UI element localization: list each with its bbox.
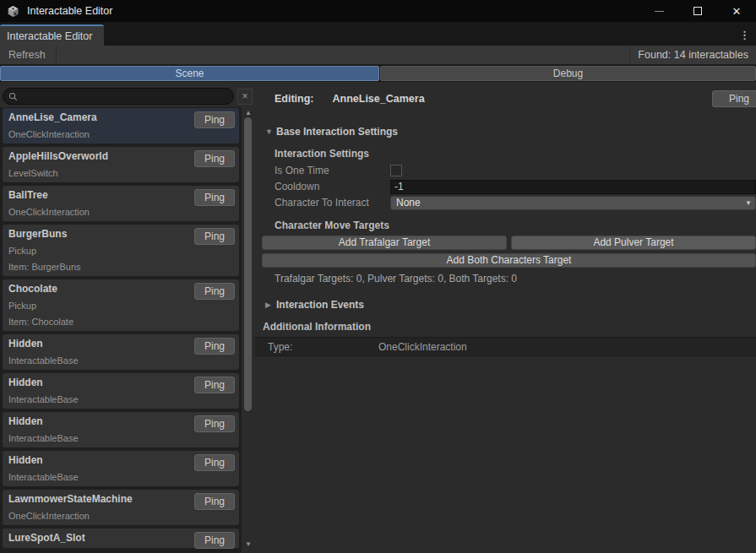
list-item[interactable]: Hidden InteractableBase Ping — [3, 451, 239, 486]
list-item[interactable]: BurgerBuns PickupItem: BurgerBuns Ping — [3, 225, 239, 276]
targets-summary: Trafalgar Targets: 0, Pulver Targets: 0,… — [255, 273, 756, 285]
foldout-interaction-events[interactable]: ▶ Interaction Events — [255, 298, 756, 312]
ping-button[interactable]: Ping — [194, 532, 235, 549]
ping-button[interactable]: Ping — [194, 150, 235, 167]
list-item-subtitle: Pickup — [8, 246, 233, 257]
editor-panel: Editing: AnneLise_Camera Ping ▼ Base Int… — [255, 82, 756, 553]
list-item[interactable]: BallTree OneClickInteraction Ping — [3, 186, 239, 221]
character-to-interact-dropdown[interactable]: None ▼ — [390, 196, 756, 210]
ping-button[interactable]: Ping — [194, 454, 235, 471]
ping-button[interactable]: Ping — [194, 415, 235, 432]
list-item-subtitle: OneClickInteraction — [8, 207, 233, 218]
list-item[interactable]: AppleHillsOverworld LevelSwitch Ping — [3, 147, 239, 182]
list-item-lines: PickupItem: Chocolate — [8, 301, 233, 328]
foldout-closed-icon: ▶ — [265, 301, 276, 309]
doc-tab-label: Interactable Editor — [7, 30, 92, 42]
list-item-subtitle: Item: Chocolate — [8, 317, 233, 328]
search-input[interactable] — [3, 88, 234, 105]
cooldown-input[interactable]: -1 — [390, 180, 756, 194]
refresh-button[interactable]: Refresh — [0, 46, 57, 64]
unity-cube-icon — [7, 4, 20, 18]
add-pulver-target-button[interactable]: Add Pulver Target — [511, 236, 756, 250]
add-target-buttons: Add Trafalgar Target Add Pulver Target — [262, 236, 756, 250]
search-clear-button[interactable]: × — [237, 89, 253, 105]
list-item-lines: InteractableBase — [8, 472, 233, 483]
list-item-lines: OneClickInteraction — [8, 207, 233, 218]
maximize-icon — [693, 7, 702, 15]
character-move-targets-header: Character Move Targets — [255, 220, 756, 232]
character-to-interact-label: Character To Interact — [275, 197, 390, 209]
list-item-subtitle: Item: BurgerBuns — [8, 262, 233, 273]
add-trafalgar-target-button[interactable]: Add Trafalgar Target — [262, 236, 507, 250]
list-item-subtitle: InteractableBase — [8, 355, 233, 366]
ping-button[interactable]: Ping — [194, 111, 235, 128]
list-item[interactable]: Hidden InteractableBase Ping — [3, 334, 239, 370]
ping-button[interactable]: Ping — [194, 189, 235, 206]
list-item-lines: InteractableBase — [8, 433, 233, 444]
mode-tabs: Scene Debug — [0, 65, 756, 82]
minimize-button[interactable] — [639, 0, 678, 22]
list-item[interactable]: Hidden InteractableBase Ping — [3, 412, 239, 447]
list-scrollbar[interactable]: ▲ ▼ — [242, 107, 255, 553]
additional-information-header: Additional Information — [255, 321, 756, 333]
minimize-icon — [655, 11, 664, 12]
toolbar: Refresh Found: 14 interactables — [0, 46, 756, 65]
cooldown-row: Cooldown -1 — [255, 179, 756, 194]
list-item-lines: PickupItem: BurgerBuns — [8, 246, 233, 273]
kebab-menu-icon[interactable]: ⋮ — [733, 24, 756, 46]
interactable-editor-window: Interactable Editor ✕ Interactable Edito… — [0, 0, 756, 553]
foldout-base-interaction-settings[interactable]: ▼ Base Interaction Settings — [255, 125, 756, 138]
list-item[interactable]: AnneLise_Camera OneClickInteraction Ping — [3, 108, 239, 144]
scrollbar-thumb[interactable] — [244, 117, 252, 411]
ping-button[interactable]: Ping — [194, 338, 235, 355]
scene-list: AnneLise_Camera OneClickInteraction Ping… — [0, 107, 242, 553]
list-item[interactable]: LureSpotA_Slot Ping — [3, 529, 239, 548]
window-title: Interactable Editor — [27, 5, 112, 17]
type-row: Type: OneClickInteraction — [255, 337, 756, 356]
maximize-button[interactable] — [678, 0, 717, 22]
is-one-time-row: Is One Time — [255, 163, 756, 178]
titlebar: Interactable Editor ✕ — [0, 0, 756, 22]
tab-scene[interactable]: Scene — [0, 66, 379, 81]
close-icon: ✕ — [732, 6, 742, 17]
is-one-time-label: Is One Time — [275, 165, 390, 176]
ping-button[interactable]: Ping — [712, 90, 756, 107]
add-both-characters-target-button[interactable]: Add Both Characters Target — [262, 253, 756, 268]
doc-tab-interactable-editor[interactable]: Interactable Editor — [0, 24, 104, 46]
base-foldout-label: Base Interaction Settings — [276, 126, 398, 138]
main-content: × AnneLise_Camera OneClickInteraction Pi… — [0, 82, 756, 553]
doc-tabbar: Interactable Editor ⋮ — [0, 22, 756, 46]
list-item-subtitle: Pickup — [8, 301, 233, 312]
ping-button[interactable]: Ping — [194, 493, 235, 510]
list-item[interactable]: Hidden InteractableBase Ping — [3, 373, 239, 409]
character-to-interact-row: Character To Interact None ▼ — [255, 195, 756, 210]
list-item[interactable]: Chocolate PickupItem: Chocolate Ping — [3, 279, 239, 331]
tab-debug[interactable]: Debug — [380, 66, 756, 81]
list-item-lines: InteractableBase — [8, 355, 233, 366]
scroll-up-icon[interactable]: ▲ — [242, 109, 255, 117]
list-item-lines: LevelSwitch — [8, 168, 233, 179]
close-button[interactable]: ✕ — [717, 0, 756, 22]
list-item-lines: OneClickInteraction — [8, 511, 233, 522]
ping-button[interactable]: Ping — [194, 377, 235, 393]
foldout-open-icon: ▼ — [265, 127, 276, 136]
is-one-time-checkbox[interactable] — [390, 165, 402, 176]
type-value: OneClickInteraction — [378, 341, 467, 353]
chevron-down-icon: ▼ — [745, 199, 752, 207]
list-item[interactable]: LawnmowerStateMachine OneClickInteractio… — [3, 490, 239, 525]
list-area: AnneLise_Camera OneClickInteraction Ping… — [0, 107, 255, 553]
cooldown-label: Cooldown — [275, 181, 390, 192]
editing-header: Editing: AnneLise_Camera Ping — [255, 90, 756, 107]
ping-button[interactable]: Ping — [194, 283, 235, 300]
editing-value: AnneLise_Camera — [333, 93, 425, 105]
window-controls: ✕ — [639, 0, 756, 22]
type-label: Type: — [268, 341, 378, 353]
list-item-subtitle: InteractableBase — [8, 472, 233, 483]
list-item-lines: InteractableBase — [8, 394, 233, 405]
scroll-down-icon[interactable]: ▼ — [242, 540, 255, 549]
interaction-settings-header: Interaction Settings — [255, 148, 756, 160]
dropdown-value: None — [396, 197, 745, 209]
ping-button[interactable]: Ping — [194, 228, 235, 245]
scene-panel: × AnneLise_Camera OneClickInteraction Pi… — [0, 82, 255, 553]
search-row: × — [3, 88, 255, 105]
